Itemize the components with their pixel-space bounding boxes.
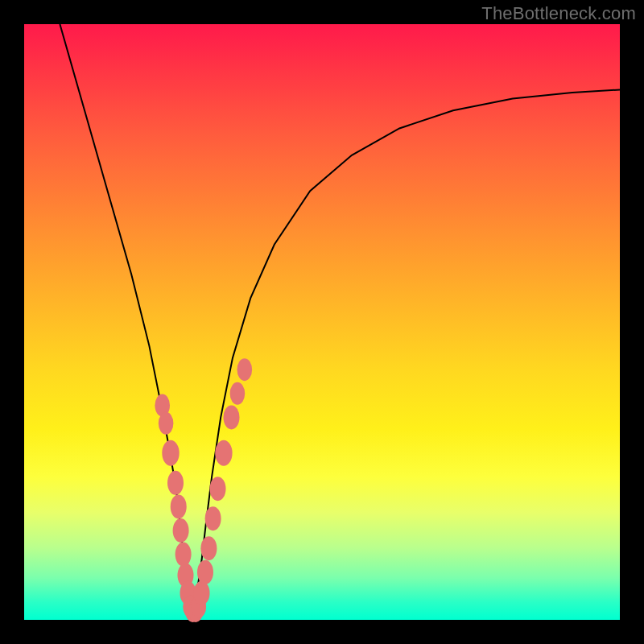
data-marker: [230, 382, 246, 405]
data-marker: [167, 471, 184, 495]
data-marker: [171, 494, 187, 518]
data-marker: [200, 536, 217, 560]
data-marker: [197, 560, 213, 584]
data-marker: [162, 440, 179, 466]
watermark-text: TheBottleneck.com: [481, 3, 636, 24]
data-marker: [173, 518, 189, 543]
plot-area: [24, 24, 620, 620]
marker-layer: [155, 358, 252, 622]
data-marker: [159, 412, 174, 435]
data-marker: [175, 543, 192, 567]
bottleneck-curve: [60, 24, 620, 611]
data-marker: [205, 506, 221, 530]
data-marker: [224, 405, 240, 429]
chart-frame: TheBottleneck.com: [0, 0, 644, 644]
data-marker: [237, 358, 253, 381]
data-marker: [194, 581, 210, 605]
data-marker: [210, 477, 226, 501]
chart-svg: [24, 24, 620, 620]
data-marker: [215, 440, 232, 466]
